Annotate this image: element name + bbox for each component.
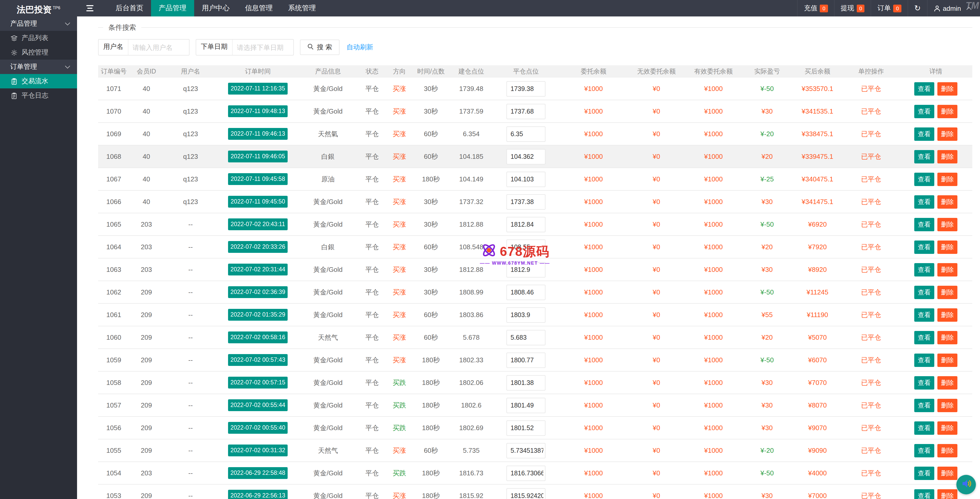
search-button[interactable]: 搜 索: [300, 40, 339, 55]
close-point-input[interactable]: [506, 375, 546, 390]
delete-button[interactable]: 删除: [937, 240, 958, 253]
view-button[interactable]: 查看: [914, 127, 934, 140]
delete-button[interactable]: 删除: [937, 353, 958, 367]
close-point-input[interactable]: [506, 284, 546, 300]
hamburger-menu-icon[interactable]: [81, 0, 99, 16]
view-button[interactable]: 查看: [914, 353, 934, 367]
cell-duration: 180秒: [412, 416, 449, 439]
view-button[interactable]: 查看: [914, 331, 934, 344]
top-menu-item-home[interactable]: 后台首页: [108, 0, 151, 16]
view-button[interactable]: 查看: [914, 489, 934, 499]
delete-button[interactable]: 删除: [937, 308, 958, 322]
recharge-menu-item[interactable]: 充值 0: [797, 0, 834, 16]
close-point-input[interactable]: [506, 149, 546, 164]
user-menu[interactable]: admin TM: [927, 0, 980, 16]
view-button[interactable]: 查看: [914, 172, 934, 186]
sidebar-group-products[interactable]: 产品管理: [0, 16, 77, 31]
view-button[interactable]: 查看: [914, 150, 934, 163]
delete-button[interactable]: 删除: [937, 263, 958, 276]
close-point-input[interactable]: [506, 420, 546, 435]
order-time-button[interactable]: 2022-07-11 12:16:35: [228, 83, 288, 94]
order-time-button[interactable]: 2022-07-02 01:35:29: [228, 309, 288, 320]
close-point-input[interactable]: [506, 466, 546, 481]
close-point-input[interactable]: [506, 194, 546, 209]
view-button[interactable]: 查看: [914, 105, 934, 118]
order-time-button[interactable]: 2022-06-29 22:58:48: [228, 467, 288, 479]
order-time-button[interactable]: 2022-07-11 09:48:13: [228, 105, 288, 117]
view-button[interactable]: 查看: [914, 285, 934, 299]
close-point-input[interactable]: [506, 307, 546, 322]
order-time-button[interactable]: 2022-07-02 00:55:40: [228, 422, 288, 434]
delete-button[interactable]: 删除: [937, 82, 958, 95]
close-point-input[interactable]: [506, 217, 546, 232]
order-time-button[interactable]: 2022-07-11 09:46:05: [228, 151, 288, 163]
top-menu-item-info[interactable]: 信息管理: [237, 0, 280, 16]
auto-refresh-link[interactable]: 自动刷新: [347, 43, 373, 52]
delete-button[interactable]: 删除: [937, 172, 958, 186]
delete-button[interactable]: 删除: [937, 421, 958, 435]
delete-button[interactable]: 删除: [937, 218, 958, 231]
view-button[interactable]: 查看: [914, 308, 934, 322]
view-button[interactable]: 查看: [914, 240, 934, 253]
view-button[interactable]: 查看: [914, 466, 934, 480]
username-input[interactable]: [129, 40, 189, 55]
close-point-input[interactable]: [506, 81, 546, 96]
sidebar-item-close-log[interactable]: 平仓日志: [0, 88, 77, 103]
order-time-button[interactable]: 2022-07-02 00:55:44: [228, 399, 288, 411]
sidebar-item-trade-flow[interactable]: 交易流水: [0, 74, 77, 88]
orders-menu-item[interactable]: 订单 0: [871, 0, 908, 16]
close-point-input[interactable]: [506, 488, 546, 499]
delete-button[interactable]: 删除: [937, 195, 958, 208]
delete-button[interactable]: 删除: [937, 285, 958, 299]
view-button[interactable]: 查看: [914, 376, 934, 389]
order-time-button[interactable]: 2022-07-02 20:43:11: [228, 218, 288, 230]
delete-button[interactable]: 删除: [937, 105, 958, 118]
order-time-button[interactable]: 2022-07-02 00:57:43: [228, 354, 288, 366]
order-date-input[interactable]: [233, 40, 293, 55]
view-button[interactable]: 查看: [914, 218, 934, 231]
withdraw-menu-item[interactable]: 提现 0: [834, 0, 871, 16]
close-point-input[interactable]: [506, 239, 546, 255]
view-button[interactable]: 查看: [914, 82, 934, 95]
order-time-button[interactable]: 2022-07-02 20:33:26: [228, 241, 288, 253]
delete-button[interactable]: 删除: [937, 444, 958, 457]
order-time-button[interactable]: 2022-07-02 00:57:15: [228, 377, 288, 389]
close-point-input[interactable]: [506, 443, 546, 458]
view-button[interactable]: 查看: [914, 399, 934, 412]
order-time-button[interactable]: 2022-07-02 00:31:32: [228, 445, 288, 456]
close-point-input[interactable]: [506, 126, 546, 142]
top-menu-item-users[interactable]: 用户中心: [194, 0, 237, 16]
refresh-button[interactable]: ↻: [908, 0, 927, 16]
close-point-input[interactable]: [506, 352, 546, 368]
top-menu-item-products[interactable]: 产品管理: [151, 0, 194, 16]
delete-button[interactable]: 删除: [937, 466, 958, 480]
order-time-button[interactable]: 2022-06-29 22:56:13: [228, 490, 288, 499]
delete-button[interactable]: 删除: [937, 399, 958, 412]
close-point-input[interactable]: [506, 397, 546, 413]
delete-button[interactable]: 删除: [937, 376, 958, 389]
top-menu-item-system[interactable]: 系统管理: [280, 0, 324, 16]
sidebar-item-risk-control[interactable]: 风控管理: [0, 45, 77, 60]
order-time-button[interactable]: 2022-07-02 20:31:44: [228, 264, 288, 276]
view-button[interactable]: 查看: [914, 421, 934, 435]
close-point-input[interactable]: [506, 104, 546, 119]
close-point-input[interactable]: [506, 262, 546, 277]
sound-toggle-button[interactable]: [956, 475, 976, 494]
sidebar-group-orders[interactable]: 订单管理: [0, 60, 77, 74]
delete-button[interactable]: 删除: [937, 331, 958, 344]
order-time-button[interactable]: 2022-07-11 09:45:58: [228, 173, 288, 185]
view-button[interactable]: 查看: [914, 195, 934, 208]
order-time-button[interactable]: 2022-07-02 00:58:16: [228, 332, 288, 343]
order-time-button[interactable]: 2022-07-11 09:46:13: [228, 128, 288, 140]
order-time-button[interactable]: 2022-07-11 09:45:50: [228, 196, 288, 207]
view-button[interactable]: 查看: [914, 444, 934, 457]
order-time-button[interactable]: 2022-07-02 02:36:39: [228, 286, 288, 298]
close-point-input[interactable]: [506, 330, 546, 345]
close-point-input[interactable]: [506, 171, 546, 187]
sidebar-item-product-list[interactable]: 产品列表: [0, 31, 77, 45]
delete-button[interactable]: 删除: [937, 150, 958, 163]
delete-button[interactable]: 删除: [937, 489, 958, 499]
view-button[interactable]: 查看: [914, 263, 934, 276]
speaker-icon: [961, 478, 972, 491]
delete-button[interactable]: 删除: [937, 127, 958, 140]
